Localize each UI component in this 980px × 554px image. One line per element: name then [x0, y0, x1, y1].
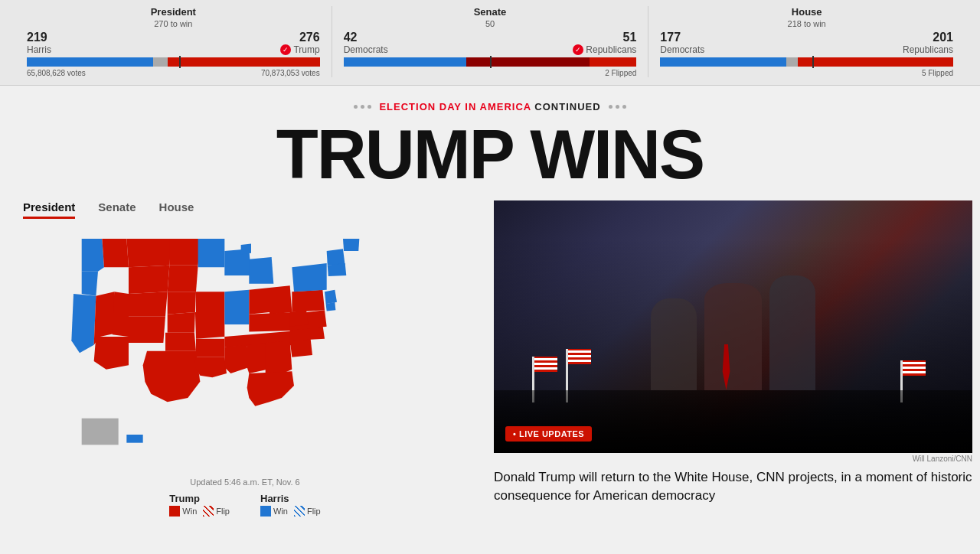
map-updated-text: Updated 5:46 a.m. ET, Nov. 6: [8, 477, 482, 487]
reps-house-count: 201 Republicans: [903, 31, 953, 55]
state-id: [102, 239, 129, 267]
election-day-red: ELECTION DAY IN AMERICA: [379, 101, 531, 112]
threshold-line: [179, 56, 181, 68]
trump-number: 276: [280, 31, 319, 44]
us-map-svg: [23, 226, 467, 471]
trump-flip-item: Flip: [203, 506, 230, 517]
state-al: [247, 343, 268, 373]
state-nm: [129, 316, 165, 343]
dems-senate-name: Democrats: [344, 44, 388, 55]
trump-name: Trump: [293, 44, 319, 55]
dems-house-count: 177 Democrats: [660, 31, 704, 55]
state-in: [249, 288, 270, 314]
state-ms: [224, 345, 249, 373]
right-dots: [609, 105, 626, 109]
dot5: [616, 105, 619, 109]
gray-bar: [153, 57, 168, 67]
tab-house[interactable]: House: [159, 200, 194, 219]
senate-bar: [344, 57, 637, 67]
harris-bar: [27, 57, 153, 67]
state-mo: [195, 312, 224, 339]
house-race: House 218 to win 177 Democrats 201 Repub…: [648, 6, 965, 77]
figure-right: [769, 275, 815, 390]
trump-checkmark: ✓: [280, 44, 291, 55]
map-tabs: President Senate House: [8, 200, 482, 219]
news-headline[interactable]: Donald Trump will return to the White Ho…: [494, 468, 972, 505]
dot4: [609, 105, 612, 109]
lower-section: President Senate House: [0, 200, 980, 517]
reps-senate-checkmark: ✓: [573, 44, 583, 55]
harris-flip-box: [294, 506, 305, 517]
state-or: [82, 272, 98, 296]
trump-count: 276 ✓ Trump: [280, 31, 319, 55]
state-ok: [165, 333, 196, 351]
reps-house-bar: [798, 57, 953, 67]
state-vt-nh: [327, 249, 345, 265]
harris-legend-title: Harris: [260, 493, 321, 504]
trump-flip-label: Flip: [216, 507, 230, 516]
state-sd: [168, 266, 198, 292]
state-ma-ct-ri: [328, 263, 347, 276]
house-gray-bar: [786, 57, 798, 67]
state-ia: [196, 292, 224, 312]
trump-votes: 70,873,053 votes: [261, 69, 320, 77]
trump-legend-items: Win Flip: [169, 506, 230, 517]
state-oh: [270, 285, 292, 314]
president-race: President 270 to win 219 Harris 276 ✓ Tr…: [15, 6, 332, 77]
election-day-header: ELECTION DAY IN AMERICA CONTINUED: [0, 86, 980, 116]
left-dots: [354, 105, 371, 109]
reps-house-number: 201: [903, 31, 953, 44]
reps-senate-count: 51 ✓ Republicans: [573, 31, 636, 55]
senate-flipped: 2 Flipped: [344, 69, 637, 77]
main-content: ELECTION DAY IN AMERICA CONTINUED TRUMP …: [0, 86, 980, 517]
figures-area: [494, 239, 972, 390]
dot2: [361, 105, 364, 109]
dot3: [368, 105, 371, 109]
tab-president[interactable]: President: [23, 200, 75, 219]
house-to-win: 218 to win: [660, 19, 953, 28]
dems-senate-count: 42 Democrats: [344, 31, 388, 55]
harris-number: 219: [27, 31, 51, 44]
state-pa: [292, 290, 325, 312]
dems-house-name: Democrats: [660, 44, 704, 55]
state-ak: [82, 419, 119, 445]
harris-win-label: Win: [273, 507, 288, 516]
trump-win-box: [169, 506, 180, 517]
state-wa: [82, 239, 104, 272]
dems-senate-number: 42: [344, 31, 388, 44]
harris-flip-item: Flip: [294, 506, 321, 517]
house-title: House: [660, 6, 953, 18]
harris-win-box: [260, 506, 271, 517]
state-az: [94, 337, 129, 370]
trump-legend-title: Trump: [169, 493, 230, 504]
dems-house-bar: [660, 57, 786, 67]
reps-senate-winner: ✓ Republicans: [573, 44, 636, 55]
harris-flip-label: Flip: [307, 507, 321, 516]
trump-flip-box: [203, 506, 214, 517]
news-image-container: • LIVE UPDATES: [494, 200, 972, 453]
state-nd: [169, 239, 200, 266]
state-tx: [143, 351, 201, 402]
state-hi: [126, 435, 142, 443]
house-flipped: 5 Flipped: [660, 69, 953, 77]
figure-trump: [704, 283, 762, 390]
reps-senate-bar: [466, 57, 590, 67]
state-ar: [196, 339, 224, 357]
map-container: [23, 226, 467, 471]
senate-counts: 42 Democrats 51 ✓ Republicans: [344, 31, 637, 55]
election-day-text: ELECTION DAY IN AMERICA CONTINUED: [379, 101, 600, 112]
state-wy: [129, 266, 169, 294]
live-badge[interactable]: • LIVE UPDATES: [505, 426, 592, 442]
state-mn: [198, 239, 225, 267]
trump-win-label: Win: [182, 507, 197, 516]
reps-senate-bar2: [590, 57, 636, 67]
harris-name: Harris: [27, 44, 51, 55]
state-ny: [292, 263, 326, 292]
house-threshold: [812, 56, 814, 68]
harris-count: 219 Harris: [27, 31, 51, 55]
state-mi: [249, 257, 273, 284]
reps-senate-name: Republicans: [586, 44, 636, 55]
president-to-win: 270 to win: [27, 19, 320, 28]
trump-win-item: Win: [169, 506, 197, 517]
tab-senate[interactable]: Senate: [98, 200, 136, 219]
